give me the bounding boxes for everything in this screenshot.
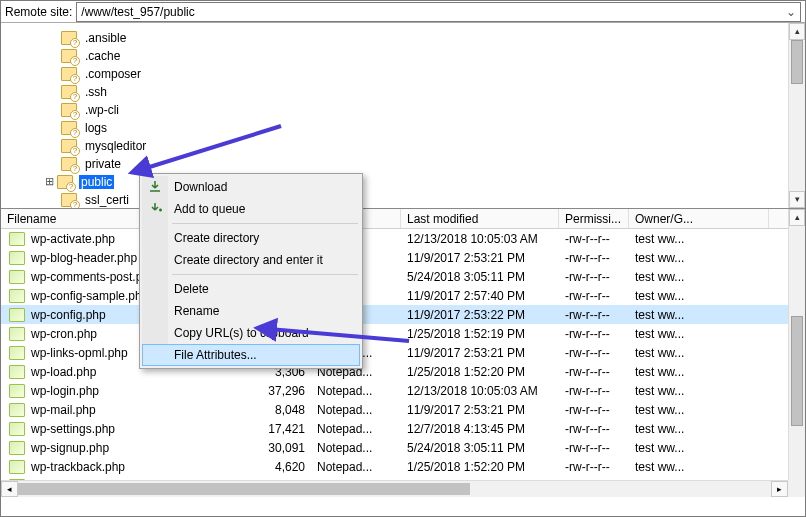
tree-item[interactable]: ?.ansible xyxy=(61,29,799,47)
folder-icon: ? xyxy=(61,121,77,135)
file-icon xyxy=(9,270,25,284)
table-row[interactable]: wp-trackback.php4,620Notepad...1/25/2018… xyxy=(1,457,805,476)
file-icon xyxy=(9,308,25,322)
tree-item[interactable]: ?.composer xyxy=(61,65,799,83)
folder-icon: ? xyxy=(61,193,77,207)
table-row[interactable]: wp-mail.php8,048Notepad...11/9/2017 2:53… xyxy=(1,400,805,419)
scroll-up-arrow-icon[interactable]: ▴ xyxy=(789,209,805,226)
tree-item[interactable]: ?.wp-cli xyxy=(61,101,799,119)
file-list-body[interactable]: wp-activate.phpad...12/13/2018 10:05:03 … xyxy=(1,229,805,495)
file-icon xyxy=(9,460,25,474)
chevron-down-icon[interactable]: ⌄ xyxy=(786,5,796,19)
file-icon xyxy=(9,365,25,379)
add-queue-icon xyxy=(147,201,163,217)
file-icon xyxy=(9,251,25,265)
table-row[interactable]: wp-activate.phpad...12/13/2018 10:05:03 … xyxy=(1,229,805,248)
tree-item[interactable]: ?private xyxy=(61,155,799,173)
folder-icon: ? xyxy=(61,67,77,81)
tree-label: private xyxy=(83,157,123,171)
tree-label: logs xyxy=(83,121,109,135)
file-icon xyxy=(9,232,25,246)
scroll-left-arrow-icon[interactable]: ◂ xyxy=(1,481,18,497)
table-row[interactable]: wp-settings.php17,421Notepad...12/7/2018… xyxy=(1,419,805,438)
tree-label: .ansible xyxy=(83,31,128,45)
menu-rename[interactable]: Rename xyxy=(142,300,360,322)
tree-label: ssl_certi xyxy=(83,193,131,207)
file-icon xyxy=(9,289,25,303)
remote-site-bar: Remote site: ⌄ xyxy=(1,1,805,23)
scroll-down-arrow-icon[interactable]: ▾ xyxy=(789,191,805,208)
scroll-right-arrow-icon[interactable]: ▸ xyxy=(771,481,788,497)
menu-add-to-queue[interactable]: Add to queue xyxy=(142,198,360,220)
scroll-corner xyxy=(788,480,805,497)
file-list-pane: Filename Last modified Permissi... Owner… xyxy=(1,209,805,497)
file-icon xyxy=(9,422,25,436)
menu-download[interactable]: Download xyxy=(142,176,360,198)
folder-icon: ? xyxy=(61,103,77,117)
table-row[interactable]: wp-config-sample.phpad...11/9/2017 2:57:… xyxy=(1,286,805,305)
file-list-header[interactable]: Filename Last modified Permissi... Owner… xyxy=(1,209,805,229)
menu-file-attributes[interactable]: File Attributes... xyxy=(142,344,360,366)
download-icon xyxy=(147,179,163,195)
context-menu[interactable]: Download Add to queue Create directory C… xyxy=(139,173,363,369)
table-row[interactable]: wp-config.phpad...11/9/2017 2:53:22 PM-r… xyxy=(1,305,805,324)
folder-tree[interactable]: ?.ansible?.cache?.composer?.ssh?.wp-cli?… xyxy=(1,23,805,209)
menu-label: Rename xyxy=(174,304,219,318)
menu-label: Create directory and enter it xyxy=(174,253,323,267)
file-icon xyxy=(9,346,25,360)
menu-label: File Attributes... xyxy=(174,348,257,362)
folder-icon: ? xyxy=(61,139,77,153)
folder-icon: ? xyxy=(61,85,77,99)
col-owner[interactable]: Owner/G... xyxy=(629,209,769,228)
tree-label: public xyxy=(79,175,114,189)
remote-path-combo[interactable]: ⌄ xyxy=(76,2,801,22)
menu-create-directory-enter[interactable]: Create directory and enter it xyxy=(142,249,360,271)
tree-label: .wp-cli xyxy=(83,103,121,117)
menu-label: Download xyxy=(174,180,227,194)
remote-path-input[interactable] xyxy=(81,5,786,19)
tree-item[interactable]: ?logs xyxy=(61,119,799,137)
menu-label: Create directory xyxy=(174,231,259,245)
file-icon xyxy=(9,441,25,455)
table-row[interactable]: wp-links-opml.php2,422Notepad...11/9/201… xyxy=(1,343,805,362)
folder-icon: ? xyxy=(61,49,77,63)
tree-scrollbar[interactable]: ▴ ▾ xyxy=(788,23,805,208)
scroll-up-arrow-icon[interactable]: ▴ xyxy=(789,23,805,40)
menu-copy-url[interactable]: Copy URL(s) to clipboard xyxy=(142,322,360,344)
file-icon xyxy=(9,403,25,417)
tree-label: .composer xyxy=(83,67,143,81)
file-icon xyxy=(9,384,25,398)
folder-icon: ? xyxy=(61,31,77,45)
file-icon xyxy=(9,327,25,341)
table-row[interactable]: wp-comments-post.phad...5/24/2018 3:05:1… xyxy=(1,267,805,286)
table-row[interactable]: wp-signup.php30,091Notepad...5/24/2018 3… xyxy=(1,438,805,457)
tree-item[interactable]: ?.ssh xyxy=(61,83,799,101)
tree-label: .cache xyxy=(83,49,122,63)
col-modified[interactable]: Last modified xyxy=(401,209,559,228)
folder-icon: ? xyxy=(61,157,77,171)
tree-label: .ssh xyxy=(83,85,109,99)
menu-label: Copy URL(s) to clipboard xyxy=(174,326,309,340)
col-permissions[interactable]: Permissi... xyxy=(559,209,629,228)
menu-label: Add to queue xyxy=(174,202,245,216)
tree-item[interactable]: ?.cache xyxy=(61,47,799,65)
menu-separator xyxy=(172,223,358,224)
table-row[interactable]: wp-cron.php3,669Notepad...1/25/2018 1:52… xyxy=(1,324,805,343)
folder-tree-pane: ?.ansible?.cache?.composer?.ssh?.wp-cli?… xyxy=(1,23,805,209)
tree-item[interactable]: ?mysqleditor xyxy=(61,137,799,155)
menu-create-directory[interactable]: Create directory xyxy=(142,227,360,249)
menu-label: Delete xyxy=(174,282,209,296)
tree-label: mysqleditor xyxy=(83,139,148,153)
table-row[interactable]: wp-blog-header.phpad...11/9/2017 2:53:21… xyxy=(1,248,805,267)
list-vscrollbar[interactable]: ▴ ▾ xyxy=(788,209,805,497)
table-row[interactable]: wp-login.php37,296Notepad...12/13/2018 1… xyxy=(1,381,805,400)
remote-site-label: Remote site: xyxy=(5,5,76,19)
menu-delete[interactable]: Delete xyxy=(142,278,360,300)
folder-icon: ? xyxy=(57,175,73,189)
table-row[interactable]: wp-load.php3,306Notepad...1/25/2018 1:52… xyxy=(1,362,805,381)
menu-separator xyxy=(172,274,358,275)
expander-icon[interactable]: ⊞ xyxy=(43,176,55,188)
list-hscrollbar[interactable]: ◂ ▸ xyxy=(1,480,788,497)
